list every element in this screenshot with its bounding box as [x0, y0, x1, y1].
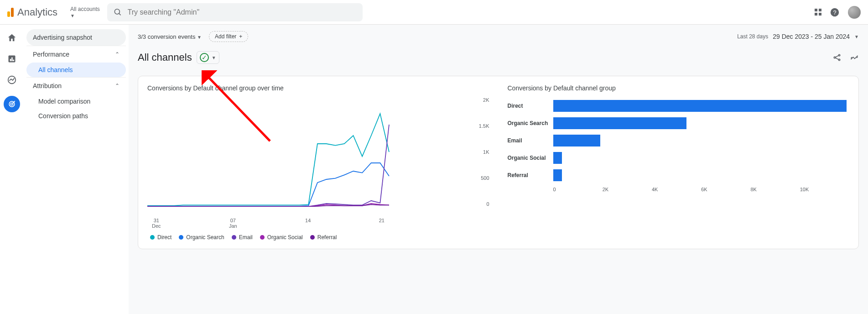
sidebar-section-label: Attribution [33, 82, 62, 89]
sidebar-section-label: Performance [33, 51, 69, 58]
bar-label: Organic Search [508, 120, 553, 126]
line-chart-title: Conversions by Default channel group ove… [147, 84, 489, 92]
svg-line-17 [836, 56, 839, 57]
bar-chart: DirectOrganic SearchEmailOrganic SocialR… [508, 97, 850, 184]
topbar-actions: ? [815, 6, 861, 19]
plus-icon: + [239, 33, 242, 40]
legend-item[interactable]: Direct [150, 234, 172, 241]
chevron-down-icon: ▼ [197, 35, 202, 40]
check-circle-icon: ✓ [200, 53, 209, 62]
svg-point-14 [834, 57, 835, 58]
legend-item[interactable]: Email [232, 234, 253, 241]
account-picker[interactable]: All accounts ▼ [70, 6, 100, 18]
sidebar-section-performance[interactable]: Performance ⌃ [26, 46, 126, 63]
search-bar[interactable] [107, 3, 363, 21]
sidebar: Advertising snapshot Performance ⌃ All c… [24, 25, 129, 314]
legend-dot-icon [179, 235, 183, 240]
insights-icon[interactable] [850, 53, 859, 62]
brand-name: Analytics [17, 6, 57, 18]
nav-rail [0, 25, 24, 314]
svg-point-16 [838, 59, 840, 60]
chevron-up-icon: ⌃ [115, 83, 120, 89]
legend-dot-icon [260, 235, 265, 240]
line-chart-y-axis: 2K1.5K1K5000 [479, 97, 489, 207]
svg-rect-7 [13, 60, 14, 61]
bar-row: Email [508, 132, 850, 149]
legend-dot-icon [310, 235, 315, 240]
bar-chart-panel: Conversions by Default channel group Dir… [508, 84, 850, 241]
search-input[interactable] [128, 8, 356, 16]
line-chart [147, 97, 403, 207]
share-icon[interactable] [832, 53, 842, 62]
date-range-picker[interactable]: Last 28 days 29 Dec 2023 - 25 Jan 2024 ▼ [737, 33, 859, 40]
chart-card: Conversions by Default channel group ove… [138, 76, 859, 249]
bar-row: Referral [508, 167, 850, 184]
bar-row: Organic Search [508, 115, 850, 132]
avatar[interactable] [848, 6, 861, 19]
title-bar: All channels ✓ ▼ [129, 48, 868, 70]
sidebar-item-advertising-snapshot[interactable]: Advertising snapshot [26, 29, 126, 46]
line-chart-legend: DirectOrganic SearchEmailOrganic SocialR… [147, 234, 489, 241]
svg-line-18 [836, 58, 839, 59]
reports-icon[interactable] [7, 54, 17, 64]
legend-dot-icon [232, 235, 236, 240]
bar-label: Email [508, 137, 553, 144]
search-icon [114, 8, 122, 17]
explore-icon[interactable] [7, 75, 17, 85]
chevron-down-icon: ▼ [212, 55, 216, 60]
svg-rect-5 [10, 59, 10, 61]
svg-rect-6 [11, 58, 13, 61]
sidebar-item-model-comparison[interactable]: Model comparison [26, 94, 126, 109]
legend-label: Direct [157, 234, 172, 241]
bar-fill [553, 169, 562, 181]
topbar: Analytics All accounts ▼ ? [0, 0, 868, 25]
date-range-value: 29 Dec 2023 - 25 Jan 2024 [773, 33, 850, 40]
date-range-label: Last 28 days [737, 33, 768, 40]
legend-item[interactable]: Organic Search [179, 234, 224, 241]
legend-label: Referral [317, 234, 337, 241]
bar-label: Referral [508, 172, 553, 178]
filter-bar: 3/3 conversion events ▼ Add filter + Las… [129, 25, 868, 48]
logo-block[interactable]: Analytics [7, 6, 57, 18]
home-icon[interactable] [7, 33, 17, 43]
bar-label: Organic Social [508, 155, 553, 161]
analytics-logo-icon [7, 8, 14, 17]
page-title: All channels [138, 52, 192, 63]
bar-fill [553, 152, 562, 164]
sidebar-section-attribution[interactable]: Attribution ⌃ [26, 77, 126, 94]
svg-text:?: ? [833, 9, 836, 16]
legend-label: Organic Search [186, 234, 224, 241]
legend-item[interactable]: Referral [310, 234, 337, 241]
bar-row: Organic Social [508, 149, 850, 167]
bar-fill [553, 135, 601, 147]
legend-item[interactable]: Organic Social [260, 234, 303, 241]
account-label: All accounts [70, 6, 100, 12]
line-chart-x-axis: 31 Dec07 Jan1421 [147, 216, 403, 229]
apps-icon[interactable] [815, 9, 821, 16]
add-filter-button[interactable]: Add filter + [209, 31, 248, 42]
status-dropdown[interactable]: ✓ ▼ [197, 51, 219, 64]
svg-point-0 [114, 9, 120, 14]
help-icon[interactable]: ? [830, 7, 840, 17]
bar-chart-x-axis: 02K4K6K8K10K [553, 187, 850, 192]
sidebar-item-conversion-paths[interactable]: Conversion paths [26, 109, 126, 123]
legend-label: Email [239, 234, 253, 241]
conversion-events-dropdown[interactable]: 3/3 conversion events ▼ [138, 33, 202, 40]
sidebar-item-all-channels[interactable]: All channels [26, 63, 126, 77]
svg-line-1 [119, 13, 121, 15]
svg-point-15 [838, 54, 840, 56]
bar-fill [553, 100, 847, 112]
legend-label: Organic Social [267, 234, 303, 241]
line-chart-panel: Conversions by Default channel group ove… [147, 84, 489, 241]
bar-row: Direct [508, 97, 850, 115]
bar-chart-title: Conversions by Default channel group [508, 84, 850, 92]
chevron-down-icon: ▼ [70, 13, 100, 18]
content-area: 3/3 conversion events ▼ Add filter + Las… [129, 25, 868, 314]
bar-label: Direct [508, 103, 553, 109]
legend-dot-icon [150, 235, 155, 240]
bar-fill [553, 117, 686, 129]
chevron-up-icon: ⌃ [115, 51, 120, 58]
advertising-icon[interactable] [4, 96, 20, 112]
chevron-down-icon: ▼ [854, 34, 859, 39]
